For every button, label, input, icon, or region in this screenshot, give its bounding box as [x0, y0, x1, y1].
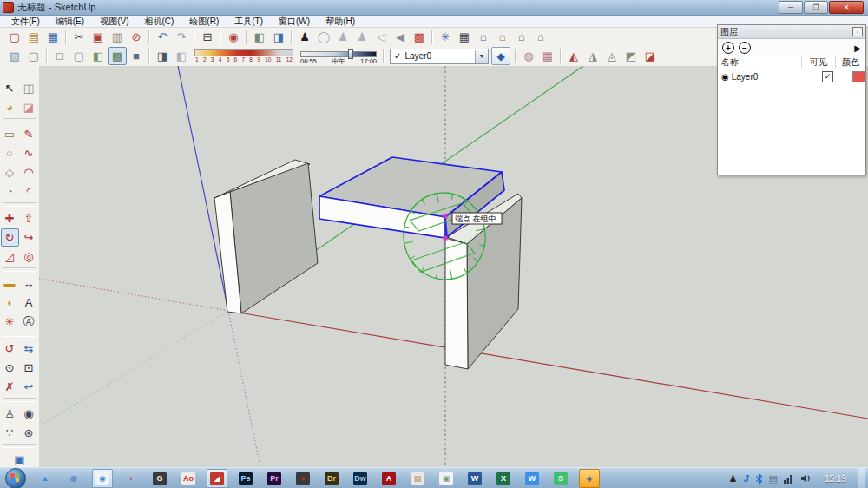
previous-view-icon[interactable]: ↩ — [20, 378, 38, 396]
menu-window[interactable]: 窗口(W) — [271, 16, 318, 28]
show-desktop-button[interactable] — [858, 468, 865, 488]
shadow-date-slider[interactable]: 123456789101112 — [194, 49, 293, 63]
materials-icon[interactable]: ▩ — [410, 28, 429, 46]
print-icon[interactable]: ⊟ — [198, 28, 217, 46]
save-icon[interactable]: ▦ — [43, 28, 62, 46]
taskbar-sketchup-icon[interactable]: ◢ — [207, 469, 227, 488]
taskbar-round-app-icon[interactable]: ◍ — [63, 469, 84, 488]
taskbar-excel-icon[interactable]: X — [493, 469, 514, 488]
orbit-icon[interactable]: ↺ — [1, 340, 19, 358]
erase-icon[interactable]: ⊘ — [127, 28, 146, 46]
move-icon[interactable]: ✚ — [1, 209, 19, 228]
component-tool-b-icon[interactable]: ♟ — [352, 28, 372, 46]
zoom-extents-view-icon[interactable]: ✳ — [436, 28, 455, 46]
panel-details-arrow-icon[interactable]: ▶ — [854, 43, 861, 53]
paint-bucket-icon[interactable]: ◕ — [1, 98, 19, 116]
menu-file[interactable]: 文件(F) — [3, 16, 48, 28]
taskbar-dreamweaver-icon[interactable]: Dw — [350, 469, 371, 488]
cut-icon[interactable]: ✂ — [69, 28, 89, 46]
front-view-icon[interactable]: ⌂ — [512, 28, 531, 46]
tape-measure-icon[interactable]: ▬ — [1, 274, 19, 293]
remove-layer-button[interactable]: − — [739, 42, 751, 54]
select-icon[interactable]: ↖ — [1, 79, 19, 97]
cone-tool-b-icon[interactable]: ◀ — [391, 28, 410, 46]
taskbar-notification-app-icon[interactable]: ◈ — [579, 469, 600, 488]
offset-icon[interactable]: ◎ — [20, 247, 38, 266]
walk-icon[interactable]: ∵ — [1, 424, 19, 442]
zoom-icon[interactable]: ⊙ — [1, 359, 19, 377]
layer-visible-checkbox[interactable]: ✓ — [822, 71, 833, 82]
pan-icon[interactable]: ⇆ — [20, 340, 38, 358]
rotate-icon[interactable]: ↻ — [1, 228, 19, 247]
zoom-window-icon[interactable]: ⊡ — [20, 359, 38, 377]
layer-row[interactable]: ◉ Layer0 ✓ — [718, 69, 865, 83]
new-document-icon[interactable]: ▢ — [5, 28, 24, 46]
stamp-icon[interactable]: ◮ — [583, 47, 602, 65]
taskbar-triangle-app-icon[interactable]: ▲ — [35, 469, 56, 488]
shadow-time-slider[interactable]: 06:55 中午 17:00 — [300, 49, 377, 64]
menu-camera[interactable]: 相机(C) — [136, 16, 181, 28]
taskbar-wps-writer-icon[interactable]: W — [522, 469, 542, 488]
dimension-icon[interactable]: ↔ — [20, 274, 38, 293]
add-layer-button[interactable]: + — [722, 42, 734, 54]
paste-icon[interactable]: ▥ — [108, 28, 127, 46]
make-group-icon[interactable]: ◨ — [269, 28, 288, 46]
menu-view[interactable]: 视图(V) — [92, 16, 136, 28]
open-file-icon[interactable]: ▤ — [24, 28, 43, 46]
wireframe-mode-icon[interactable]: □ — [50, 47, 69, 65]
rectangle-icon[interactable]: ▭ — [1, 125, 19, 143]
look-around-icon[interactable]: ◉ — [20, 405, 38, 423]
freehand-icon[interactable]: ∿ — [20, 144, 38, 162]
menu-edit[interactable]: 编辑(E) — [48, 16, 92, 28]
taskbar-compass-browser-icon[interactable]: ◉ — [92, 469, 113, 488]
menu-help[interactable]: 帮助(H) — [318, 16, 363, 28]
taskbar-s-app-icon[interactable]: S — [550, 469, 571, 488]
taskbar-photoshop-icon[interactable]: Ps — [235, 469, 256, 488]
taskbar-clipboard-app-icon[interactable]: ▤ — [407, 469, 428, 488]
protractor-icon[interactable]: ◖ — [1, 293, 19, 312]
flip-edge-icon[interactable]: ◪ — [641, 47, 660, 65]
turn-tool-icon[interactable]: ⊛ — [20, 424, 38, 442]
iso-view-icon[interactable]: ⌂ — [474, 28, 493, 46]
scale-icon[interactable]: ◿ — [1, 247, 19, 266]
tray-app-icon[interactable]: ▤ — [769, 474, 778, 484]
xray-mode-icon[interactable]: ▧ — [5, 47, 24, 65]
taskbar-clock[interactable]: 15:19 — [825, 474, 846, 484]
menu-tools[interactable]: 工具(T) — [227, 16, 271, 28]
eraser-icon[interactable]: ◪ — [20, 98, 38, 116]
follow-me-icon[interactable]: ↪ — [20, 228, 38, 247]
restore-button[interactable]: ❐ — [804, 1, 828, 14]
component-icon[interactable]: ◫ — [20, 79, 38, 97]
combo-dropdown-arrow-icon[interactable]: ▼ — [475, 50, 488, 63]
add-detail-icon[interactable]: ◩ — [621, 47, 641, 65]
taskbar-ao-app-icon[interactable]: Ao — [178, 469, 199, 488]
taskbar-g-app-icon[interactable]: G — [149, 469, 170, 488]
text-icon[interactable]: A — [20, 293, 38, 312]
back-edges-mode-icon[interactable]: ▢ — [24, 47, 43, 65]
start-button[interactable] — [5, 468, 26, 488]
zoom-extents-icon[interactable]: ✗ — [1, 378, 19, 396]
axes-icon[interactable]: ✳ — [1, 313, 19, 331]
taskbar-paint-app-icon[interactable]: ◗ — [121, 469, 141, 488]
line-icon[interactable]: ✎ — [20, 125, 38, 143]
layer-color-swatch[interactable] — [852, 71, 865, 82]
push-pull-icon[interactable]: ⇧ — [20, 209, 38, 228]
textured-mode-icon[interactable]: ▩ — [108, 47, 127, 65]
arc-2-icon[interactable]: ◜ — [20, 182, 38, 201]
circle-icon[interactable]: ○ — [1, 144, 19, 162]
hidden-line-mode-icon[interactable]: ▢ — [69, 47, 89, 65]
interact-tool-icon[interactable]: ♟ — [295, 28, 314, 46]
current-layer-radio[interactable]: ◉ — [721, 72, 729, 82]
taskbar-bridge-icon[interactable]: Br — [321, 469, 342, 488]
close-button[interactable]: ✕ — [829, 1, 864, 14]
pie-icon[interactable]: ◔ — [1, 182, 19, 201]
polygon-icon[interactable]: ◇ — [1, 163, 19, 181]
layer-combobox[interactable]: ✓ Layer0 ▼ — [390, 49, 489, 64]
shadow-dialog-icon[interactable]: ◨ — [153, 47, 172, 65]
bluetooth-icon[interactable] — [755, 473, 763, 485]
cone-tool-a-icon[interactable]: ◁ — [372, 28, 391, 46]
from-contours-icon[interactable]: ◍ — [519, 47, 538, 65]
model-info-icon[interactable]: ◉ — [224, 28, 243, 46]
j-app-tray-icon[interactable]: J — [743, 474, 748, 484]
top-view-icon[interactable]: ⌂ — [493, 28, 512, 46]
